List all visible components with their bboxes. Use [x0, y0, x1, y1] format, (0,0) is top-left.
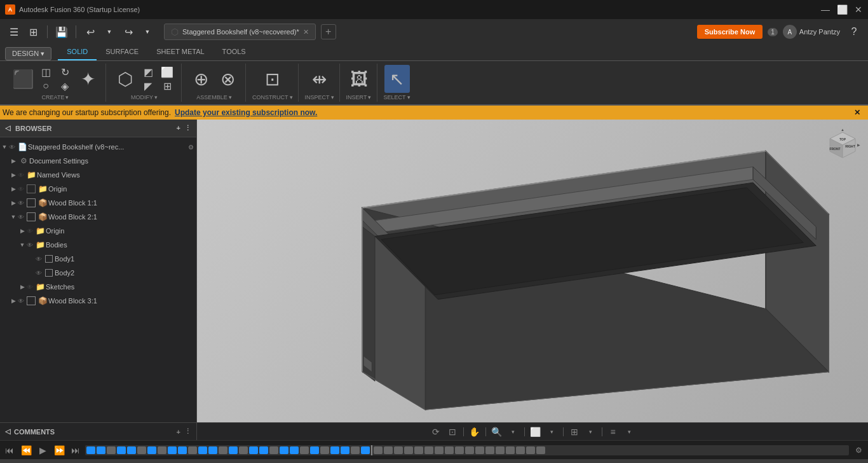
tree-eye-woodblock-3[interactable]: 👁 — [18, 298, 24, 305]
comments-collapse[interactable]: ◁ — [5, 427, 10, 436]
timeline-item[interactable] — [188, 446, 197, 454]
timeline-item[interactable] — [269, 446, 278, 454]
timeline-item[interactable] — [330, 446, 339, 454]
tab-solid[interactable]: SOLID — [58, 44, 97, 60]
tree-item-doc-settings[interactable]: ▶ ⚙ Document Settings — [0, 154, 196, 168]
timeline-item[interactable] — [341, 446, 349, 454]
timeline-item[interactable] — [168, 446, 177, 454]
zoom-dropdown[interactable]: ▾ — [506, 425, 520, 439]
timeline-item[interactable] — [137, 446, 146, 454]
viewport[interactable]: TOP FRONT RIGHT ▲ ▶ — [197, 120, 868, 422]
tree-item-body1[interactable]: 👁 Body1 — [0, 252, 196, 266]
timeline-item[interactable] — [526, 446, 535, 454]
modify-press-pull-button[interactable]: ⬡ — [112, 65, 138, 93]
tab-sheet-metal[interactable]: SHEET METAL — [147, 44, 213, 60]
timeline-item[interactable] — [290, 446, 299, 454]
timeline-item[interactable] — [249, 446, 258, 454]
timeline-item[interactable] — [475, 446, 484, 454]
modify-label[interactable]: MODIFY ▾ — [131, 94, 158, 100]
timeline-track[interactable] — [85, 445, 849, 455]
select-label[interactable]: SELECT ▾ — [384, 94, 410, 100]
inspect-measure-button[interactable]: ⇹ — [307, 65, 332, 93]
grid-button[interactable]: ⊞ — [567, 425, 581, 439]
timeline-item[interactable] — [107, 446, 116, 454]
modify-fillet-button[interactable]: ◩ — [139, 66, 157, 78]
browser-collapse-arrow[interactable]: ◁ — [5, 124, 10, 132]
timeline-item[interactable] — [496, 446, 505, 454]
design-menu-button[interactable]: DESIGN ▾ — [5, 47, 51, 60]
fit-button[interactable]: ⊡ — [445, 425, 459, 439]
browser-pin-button[interactable]: ⋮ — [184, 124, 191, 132]
timeline-item[interactable] — [259, 446, 268, 454]
create-loft-button[interactable]: ◈ — [56, 79, 74, 92]
timeline-item[interactable] — [435, 446, 444, 454]
tree-item-woodblock-2[interactable]: ▼ 👁 📦 Wood Block 2:1 — [0, 210, 196, 224]
tree-eye-named-views[interactable]: 👁 — [18, 172, 24, 179]
snap-button[interactable]: ≡ — [606, 425, 620, 439]
timeline-item[interactable] — [455, 446, 464, 454]
timeline-item[interactable] — [86, 446, 95, 454]
redo-button[interactable]: ↪ — [119, 23, 137, 41]
timeline-item[interactable] — [374, 446, 383, 454]
tree-item-origin-2[interactable]: ▶ 👁 📁 Origin — [0, 224, 196, 238]
timeline-item[interactable] — [485, 446, 494, 454]
notification-link[interactable]: Update your existing subscription now. — [175, 108, 317, 117]
timeline-item[interactable] — [127, 446, 136, 454]
timeline-item[interactable] — [300, 446, 309, 454]
save-button[interactable]: 💾 — [53, 23, 71, 41]
undo-dropdown[interactable]: ▼ — [100, 23, 118, 41]
timeline-item[interactable] — [465, 446, 474, 454]
assemble-motion-button[interactable]: ⊗ — [215, 65, 240, 93]
notification-close-button[interactable]: ✕ — [849, 108, 865, 117]
assemble-label[interactable]: ASSEMBLE ▾ — [196, 94, 232, 100]
timeline-item[interactable] — [320, 446, 329, 454]
tree-eye-body2[interactable]: 👁 — [36, 270, 42, 277]
timeline-item[interactable] — [361, 446, 370, 454]
comments-pin-button[interactable]: ⋮ — [184, 427, 191, 436]
timeline-prev-button[interactable]: ⏪ — [19, 443, 33, 457]
close-button[interactable]: ✕ — [854, 5, 863, 14]
file-menu-button[interactable]: ☰ — [5, 23, 23, 41]
display-dropdown[interactable]: ▾ — [545, 425, 559, 439]
tree-item-body2[interactable]: 👁 Body2 — [0, 266, 196, 280]
timeline-last-button[interactable]: ⏭ — [69, 443, 83, 457]
timeline-item[interactable] — [414, 446, 423, 454]
snap-dropdown[interactable]: ▾ — [623, 425, 637, 439]
timeline-item[interactable] — [404, 446, 413, 454]
modify-chamfer-button[interactable]: ◤ — [139, 79, 157, 92]
user-badge[interactable]: A Antzy Pantzy — [783, 25, 840, 39]
create-more-button[interactable]: ✦ — [75, 65, 100, 93]
file-tab[interactable]: ⬡ Staggered Bookshelf (v8~recovered)* ✕ — [164, 24, 316, 40]
timeline-item[interactable] — [310, 446, 319, 454]
assemble-joint-button[interactable]: ⊕ — [188, 65, 214, 93]
timeline-item[interactable] — [394, 446, 403, 454]
timeline-item[interactable] — [158, 446, 166, 454]
timeline-settings-button[interactable]: ⚙ — [851, 443, 865, 457]
select-cursor-button[interactable]: ↖ — [384, 65, 410, 93]
comments-add-button[interactable]: + — [177, 428, 180, 436]
timeline-item[interactable] — [117, 446, 126, 454]
timeline-item[interactable] — [351, 446, 360, 454]
timeline-first-button[interactable]: ⏮ — [3, 443, 17, 457]
tree-item-woodblock-1[interactable]: ▶ 👁 📦 Wood Block 1:1 — [0, 196, 196, 210]
new-tab-button[interactable]: + — [321, 24, 336, 39]
timeline-item[interactable] — [384, 446, 393, 454]
insert-image-button[interactable]: 🖼 — [346, 65, 372, 93]
maximize-button[interactable]: ⬜ — [837, 5, 846, 14]
timeline-item[interactable] — [424, 446, 433, 454]
create-revolve-button[interactable]: ○ — [37, 79, 55, 92]
create-sweep-button[interactable]: ↻ — [56, 66, 74, 78]
modify-shell-button[interactable]: ⬜ — [158, 66, 176, 78]
timeline-item[interactable] — [219, 446, 227, 454]
nav-cube[interactable]: TOP FRONT RIGHT ▲ ▶ — [824, 126, 862, 164]
zoom-button[interactable]: 🔍 — [490, 425, 504, 439]
help-button[interactable]: ? — [845, 23, 863, 41]
file-tab-close[interactable]: ✕ — [303, 28, 309, 36]
create-label[interactable]: CREATE ▾ — [42, 94, 69, 100]
tree-eye-bodies[interactable]: 👁 — [27, 242, 33, 249]
tree-eye-body1[interactable]: 👁 — [36, 256, 42, 263]
tree-item-woodblock-3[interactable]: ▶ 👁 📦 Wood Block 3:1 — [0, 294, 196, 308]
tree-item-named-views[interactable]: ▶ 👁 📁 Named Views — [0, 168, 196, 182]
construct-plane-button[interactable]: ⊡ — [260, 65, 285, 93]
tree-eye-root[interactable]: 👁 — [9, 144, 15, 151]
